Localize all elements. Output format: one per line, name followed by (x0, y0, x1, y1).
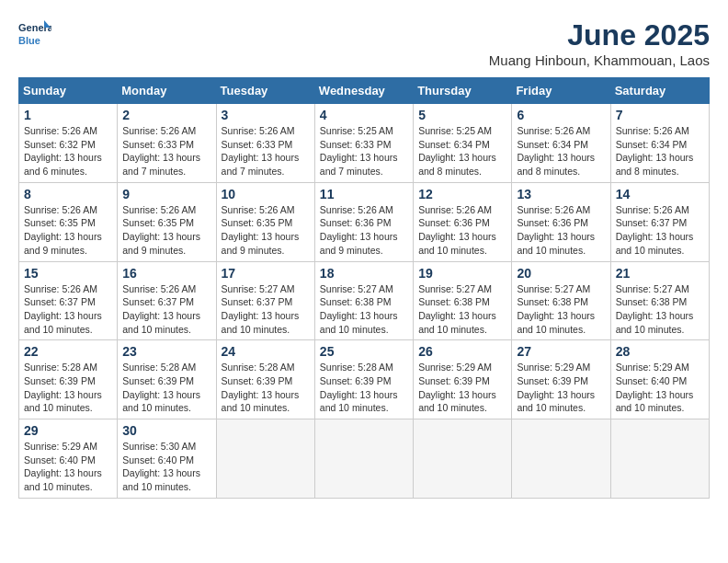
cell-week1-day5: 6 Sunrise: 5:26 AM Sunset: 6:34 PM Dayli… (512, 104, 610, 183)
day-detail: Sunrise: 5:26 AM Sunset: 6:37 PM Dayligh… (122, 282, 210, 337)
day-detail: Sunrise: 5:28 AM Sunset: 6:39 PM Dayligh… (320, 361, 408, 415)
day-detail: Sunrise: 5:26 AM Sunset: 6:33 PM Dayligh… (222, 124, 310, 178)
month-title: June 2025 (489, 18, 710, 52)
cell-week1-day6: 7 Sunrise: 5:26 AM Sunset: 6:34 PM Dayli… (610, 104, 709, 183)
cell-week2-day5: 13 Sunrise: 5:26 AM Sunset: 6:36 PM Dayl… (512, 182, 610, 261)
cell-week3-day4: 19 Sunrise: 5:27 AM Sunset: 6:38 PM Dayl… (414, 261, 512, 340)
daylight: Daylight: 13 hours and 7 minutes. (222, 151, 310, 178)
daylight: Daylight: 13 hours and 10 minutes. (24, 466, 112, 493)
day-detail: Sunrise: 5:30 AM Sunset: 6:40 PM Dayligh… (122, 440, 210, 494)
daylight: Daylight: 13 hours and 9 minutes. (222, 230, 310, 257)
sunrise: Sunrise: 5:26 AM (320, 203, 408, 217)
location: Muang Hinboun, Khammouan, Laos (489, 52, 710, 68)
day-number: 13 (517, 187, 605, 201)
day-detail: Sunrise: 5:26 AM Sunset: 6:34 PM Dayligh… (616, 124, 704, 178)
sunset: Sunset: 6:36 PM (418, 216, 506, 230)
sunset: Sunset: 6:32 PM (24, 138, 112, 152)
day-number: 10 (222, 187, 310, 201)
day-number: 19 (418, 266, 506, 281)
day-detail: Sunrise: 5:28 AM Sunset: 6:39 PM Dayligh… (122, 361, 210, 415)
day-detail: Sunrise: 5:26 AM Sunset: 6:32 PM Dayligh… (24, 124, 112, 178)
day-number: 15 (24, 266, 112, 281)
sunset: Sunset: 6:37 PM (222, 295, 310, 309)
day-detail: Sunrise: 5:28 AM Sunset: 6:39 PM Dayligh… (24, 361, 112, 415)
day-number: 11 (320, 187, 408, 201)
week-row-5: 29 Sunrise: 5:29 AM Sunset: 6:40 PM Dayl… (19, 419, 710, 499)
day-detail: Sunrise: 5:25 AM Sunset: 6:34 PM Dayligh… (418, 124, 506, 178)
cell-week4-day2: 24 Sunrise: 5:28 AM Sunset: 6:39 PM Dayl… (216, 340, 314, 419)
sunrise: Sunrise: 5:26 AM (122, 282, 210, 296)
sunset: Sunset: 6:40 PM (122, 454, 210, 467)
sunset: Sunset: 6:39 PM (24, 374, 112, 388)
cell-week1-day0: 1 Sunrise: 5:26 AM Sunset: 6:32 PM Dayli… (19, 104, 118, 183)
cell-week1-day1: 2 Sunrise: 5:26 AM Sunset: 6:33 PM Dayli… (118, 104, 216, 183)
day-number: 12 (418, 187, 506, 201)
cell-week4-day6: 28 Sunrise: 5:29 AM Sunset: 6:40 PM Dayl… (610, 340, 709, 419)
day-number: 9 (122, 187, 210, 201)
cell-week3-day2: 17 Sunrise: 5:27 AM Sunset: 6:37 PM Dayl… (216, 261, 314, 340)
title-block: June 2025 Muang Hinboun, Khammouan, Laos (489, 18, 710, 68)
cell-week5-day3 (314, 419, 413, 499)
sunset: Sunset: 6:37 PM (122, 295, 210, 309)
sunrise: Sunrise: 5:26 AM (616, 124, 704, 138)
day-number: 27 (517, 344, 605, 359)
daylight: Daylight: 13 hours and 10 minutes. (222, 388, 310, 415)
sunset: Sunset: 6:39 PM (320, 374, 408, 388)
sunrise: Sunrise: 5:26 AM (122, 203, 210, 217)
cell-week2-day4: 12 Sunrise: 5:26 AM Sunset: 6:36 PM Dayl… (414, 182, 512, 261)
day-number: 28 (616, 344, 704, 359)
sunrise: Sunrise: 5:28 AM (24, 361, 112, 374)
cell-week3-day5: 20 Sunrise: 5:27 AM Sunset: 6:38 PM Dayl… (512, 261, 610, 340)
sunset: Sunset: 6:33 PM (122, 138, 210, 152)
day-number: 14 (616, 187, 704, 201)
daylight: Daylight: 13 hours and 10 minutes. (24, 388, 112, 415)
sunrise: Sunrise: 5:30 AM (122, 440, 210, 454)
day-detail: Sunrise: 5:27 AM Sunset: 6:37 PM Dayligh… (222, 282, 310, 337)
header-sunday: Sunday (19, 78, 118, 104)
cell-week3-day1: 16 Sunrise: 5:26 AM Sunset: 6:37 PM Dayl… (118, 261, 216, 340)
sunset: Sunset: 6:39 PM (517, 374, 605, 388)
day-number: 18 (320, 266, 408, 281)
day-detail: Sunrise: 5:29 AM Sunset: 6:39 PM Dayligh… (418, 361, 506, 415)
daylight: Daylight: 13 hours and 10 minutes. (320, 309, 408, 336)
day-detail: Sunrise: 5:27 AM Sunset: 6:38 PM Dayligh… (616, 282, 704, 337)
day-number: 3 (222, 108, 310, 122)
day-number: 4 (320, 108, 408, 122)
daylight: Daylight: 13 hours and 10 minutes. (122, 309, 210, 336)
cell-week2-day6: 14 Sunrise: 5:26 AM Sunset: 6:37 PM Dayl… (610, 182, 709, 261)
sunset: Sunset: 6:34 PM (418, 138, 506, 152)
sunrise: Sunrise: 5:29 AM (418, 361, 506, 374)
day-detail: Sunrise: 5:27 AM Sunset: 6:38 PM Dayligh… (517, 282, 605, 337)
sunrise: Sunrise: 5:26 AM (222, 124, 310, 138)
daylight: Daylight: 13 hours and 8 minutes. (517, 151, 605, 178)
day-number: 2 (122, 108, 210, 122)
cell-week5-day4 (414, 419, 512, 499)
daylight: Daylight: 13 hours and 9 minutes. (122, 230, 210, 257)
calendar-table: Sunday Monday Tuesday Wednesday Thursday… (18, 77, 710, 499)
sunset: Sunset: 6:39 PM (418, 374, 506, 388)
header-friday: Friday (512, 78, 610, 104)
day-detail: Sunrise: 5:26 AM Sunset: 6:36 PM Dayligh… (320, 203, 408, 258)
sunset: Sunset: 6:39 PM (222, 374, 310, 388)
day-detail: Sunrise: 5:26 AM Sunset: 6:34 PM Dayligh… (517, 124, 605, 178)
daylight: Daylight: 13 hours and 10 minutes. (616, 230, 704, 257)
sunrise: Sunrise: 5:27 AM (222, 282, 310, 296)
week-row-3: 15 Sunrise: 5:26 AM Sunset: 6:37 PM Dayl… (19, 261, 710, 340)
day-number: 7 (616, 108, 704, 122)
daylight: Daylight: 13 hours and 7 minutes. (320, 151, 408, 178)
day-number: 1 (24, 108, 112, 122)
daylight: Daylight: 13 hours and 7 minutes. (122, 151, 210, 178)
sunrise: Sunrise: 5:25 AM (320, 124, 408, 138)
daylight: Daylight: 13 hours and 10 minutes. (320, 388, 408, 415)
cell-week5-day1: 30 Sunrise: 5:30 AM Sunset: 6:40 PM Dayl… (118, 419, 216, 499)
sunrise: Sunrise: 5:28 AM (222, 361, 310, 374)
cell-week1-day4: 5 Sunrise: 5:25 AM Sunset: 6:34 PM Dayli… (414, 104, 512, 183)
cell-week1-day2: 3 Sunrise: 5:26 AM Sunset: 6:33 PM Dayli… (216, 104, 314, 183)
sunrise: Sunrise: 5:26 AM (418, 203, 506, 217)
sunrise: Sunrise: 5:26 AM (24, 124, 112, 138)
svg-text:Blue: Blue (18, 35, 40, 46)
daylight: Daylight: 13 hours and 10 minutes. (616, 309, 704, 336)
daylight: Daylight: 13 hours and 10 minutes. (122, 388, 210, 415)
sunset: Sunset: 6:36 PM (320, 216, 408, 230)
sunset: Sunset: 6:35 PM (122, 216, 210, 230)
